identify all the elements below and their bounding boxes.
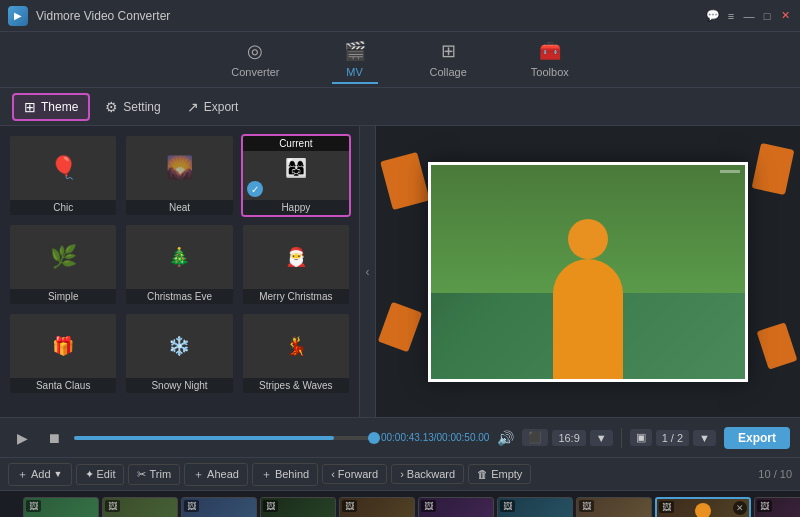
clip-9-person (683, 503, 723, 517)
theme-stripes-waves[interactable]: 💃 Stripes & Waves (241, 312, 351, 395)
theme-merry-christmas[interactable]: 🎅 Merry Christmas (241, 223, 351, 306)
theme-neat[interactable]: 🌄 Neat (124, 134, 234, 217)
edit-icon: ✦ (85, 468, 94, 481)
chat-button[interactable]: 💬 (706, 9, 720, 23)
theme-simple[interactable]: 🌿 Simple (8, 223, 118, 306)
tab-collage[interactable]: ⊞ Collage (418, 36, 479, 84)
theme-neat-label: Neat (126, 200, 232, 215)
clip-2[interactable]: 🖼 (102, 497, 178, 517)
add-button[interactable]: ＋ Add ▼ (8, 463, 72, 486)
happy-check-icon: ✓ (247, 181, 263, 197)
clip-5[interactable]: 🖼 (339, 497, 415, 517)
behind-icon: ＋ (261, 467, 272, 482)
orange-decoration-tr (752, 143, 795, 195)
theme-stripes-thumb: 💃 (243, 314, 349, 378)
ahead-icon: ＋ (193, 467, 204, 482)
play-button[interactable]: ▶ (10, 426, 34, 450)
chevron-left-icon: ‹ (366, 265, 370, 279)
behind-button[interactable]: ＋ Behind (252, 463, 318, 486)
progress-bar[interactable] (74, 436, 373, 440)
ratio-select[interactable]: ⬛ 16:9 ▼ (522, 429, 612, 446)
minimize-button[interactable]: — (742, 9, 756, 23)
current-badge: Current (243, 136, 349, 151)
preview-panel (376, 126, 800, 417)
tab-converter[interactable]: ◎ Converter (219, 36, 291, 84)
theme-happy[interactable]: 👩‍👩‍👧 Current ✓ Happy (241, 134, 351, 217)
clip-1[interactable]: 🖼 (23, 497, 99, 517)
theme-happy-label: Happy (243, 200, 349, 215)
orange-decoration-tl (380, 152, 430, 210)
clip-6-icon: 🖼 (421, 500, 436, 512)
empty-button[interactable]: 🗑 Empty (468, 464, 531, 484)
collapse-arrow[interactable]: ‹ (360, 126, 376, 417)
clip-3[interactable]: 🖼 (181, 497, 257, 517)
clip-9-close[interactable]: ✕ (733, 501, 747, 515)
tab-mv[interactable]: 🎬 MV (332, 36, 378, 84)
controls-bar: ▶ ⏹ 00:00:43.13/00:00:50.00 🔊 ⬛ 16:9 ▼ ▣… (0, 417, 800, 457)
theme-snowy-label: Snowy Night (126, 378, 232, 393)
maximize-button[interactable]: □ (760, 9, 774, 23)
app-title: Vidmore Video Converter (36, 9, 706, 23)
orange-decoration-bl (378, 302, 422, 352)
theme-snowy-thumb: ❄️ (126, 314, 232, 378)
edit-button[interactable]: ✦ Edit (76, 464, 125, 485)
theme-merry-label: Merry Christmas (243, 289, 349, 304)
theme-snowy-night[interactable]: ❄️ Snowy Night (124, 312, 234, 395)
page-select[interactable]: ▣ 1 / 2 ▼ (630, 429, 716, 446)
clip-8[interactable]: 🖼 (576, 497, 652, 517)
clip-6[interactable]: 🖼 (418, 497, 494, 517)
themes-panel: 🎈 Chic 🌄 Neat 👩‍👩‍👧 Current ✓ Happy (0, 126, 360, 417)
clip-4[interactable]: 🖼 (260, 497, 336, 517)
menu-button[interactable]: ≡ (724, 9, 738, 23)
clip-person-head (695, 503, 711, 517)
title-bar: ▶ Vidmore Video Converter 💬 ≡ — □ ✕ (0, 0, 800, 32)
theme-chic[interactable]: 🎈 Chic (8, 134, 118, 217)
close-button[interactable]: ✕ (778, 9, 792, 23)
theme-christmas-eve[interactable]: 🎄 Christmas Eve (124, 223, 234, 306)
video-deco (720, 170, 740, 173)
theme-christmas-label: Christmas Eve (126, 289, 232, 304)
toolbar: ⊞ Theme ⚙ Setting ↗ Export (0, 88, 800, 126)
collage-icon: ⊞ (441, 40, 456, 62)
divider (621, 428, 622, 448)
theme-santa-thumb: 🎁 (10, 314, 116, 378)
progress-thumb (368, 432, 380, 444)
main-content: 🎈 Chic 🌄 Neat 👩‍👩‍👧 Current ✓ Happy (0, 126, 800, 417)
bottom-toolbar: ＋ Add ▼ ✦ Edit ✂ Trim ＋ Ahead ＋ Behind ‹… (0, 457, 800, 491)
ahead-button[interactable]: ＋ Ahead (184, 463, 248, 486)
clip-9[interactable]: 🖼 00:00:05 ✕ ▶ ⚙ ⏱ (655, 497, 751, 517)
theme-simple-label: Simple (10, 289, 116, 304)
theme-chic-thumb: 🎈 (10, 136, 116, 200)
forward-icon: ‹ (331, 468, 335, 480)
clip-3-icon: 🖼 (184, 500, 199, 512)
theme-santa-claus[interactable]: 🎁 Santa Claus (8, 312, 118, 395)
volume-icon[interactable]: 🔊 (497, 430, 514, 446)
theme-neat-thumb: 🌄 (126, 136, 232, 200)
empty-icon: 🗑 (477, 468, 488, 480)
forward-button[interactable]: ‹ Forward (322, 464, 387, 484)
window-controls: 💬 ≡ — □ ✕ (706, 9, 792, 23)
themes-grid: 🎈 Chic 🌄 Neat 👩‍👩‍👧 Current ✓ Happy (8, 134, 351, 395)
stop-button[interactable]: ⏹ (42, 426, 66, 450)
trim-button[interactable]: ✂ Trim (128, 464, 180, 485)
tab-toolbox[interactable]: 🧰 Toolbox (519, 36, 581, 84)
timeline-nav-left[interactable]: ‹ (4, 491, 20, 517)
backward-button[interactable]: › Backward (391, 464, 464, 484)
clip-4-icon: 🖼 (263, 500, 278, 512)
clip-count: 10 / 10 (758, 468, 792, 480)
theme-chic-label: Chic (10, 200, 116, 215)
export-icon: ↗ (187, 99, 199, 115)
app-icon: ▶ (8, 6, 28, 26)
theme-christmas-thumb: 🎄 (126, 225, 232, 289)
export-button[interactable]: Export (724, 427, 790, 449)
export-button-toolbar[interactable]: ↗ Export (176, 94, 250, 120)
theme-merry-thumb: 🎅 (243, 225, 349, 289)
setting-button[interactable]: ⚙ Setting (94, 94, 171, 120)
video-person (548, 219, 628, 379)
toolbox-icon: 🧰 (539, 40, 561, 62)
clip-10[interactable]: 🖼 (754, 497, 800, 517)
clip-8-icon: 🖼 (579, 500, 594, 512)
clip-7[interactable]: 🖼 (497, 497, 573, 517)
theme-button[interactable]: ⊞ Theme (12, 93, 90, 121)
clip-10-icon: 🖼 (757, 500, 772, 512)
